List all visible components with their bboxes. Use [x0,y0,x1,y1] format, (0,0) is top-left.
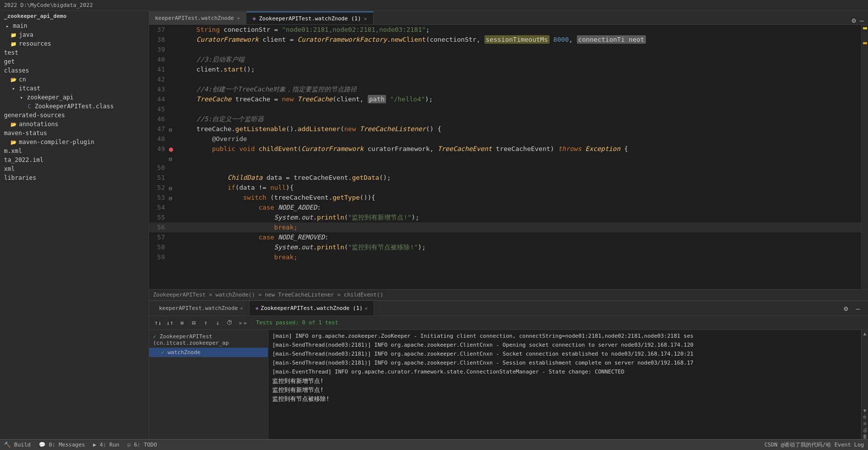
code-40[interactable]: //3:启动客户端 [179,55,861,65]
sidebar-item-maven-status[interactable]: maven-status [0,129,149,138]
test-tree-item-method[interactable]: ✓ watchZnode [149,348,268,357]
gutter-51 [169,173,179,183]
scroll-settings-btn[interactable]: ⚙ [863,414,866,420]
sidebar-item-main[interactable]: ▸ main [0,21,149,30]
code-47[interactable]: treeCache.getListenable().addListener(ne… [179,124,861,134]
sidebar-item-java[interactable]: 📁 java [0,30,149,39]
bottom-tab-1-close[interactable]: ✕ [240,305,243,311]
bottom-minimize-icon[interactable]: — [852,304,864,312]
scroll-clear-btn[interactable]: 🗑 [863,434,868,439]
gutter-47: ⊟ [169,124,179,134]
minimize-icon[interactable]: — [860,16,864,24]
code-line-48: 48 @Override [149,134,861,144]
code-line-59: 59 break; [149,252,861,262]
up-btn[interactable]: ↑ [201,318,211,328]
gutter-42 [169,75,179,84]
code-50[interactable] [179,163,861,173]
code-42[interactable] [179,75,861,84]
sidebar-item-iml[interactable]: ta_2022.iml [0,155,149,164]
align-btn[interactable]: ≡ [177,318,187,328]
code-line-50: 50 [149,163,861,173]
line-num-54: 54 [149,203,169,213]
class-file-icon: C [26,103,33,110]
gutter-43 [169,84,179,94]
code-49[interactable]: public void childEvent(CuratorFramework … [179,144,861,163]
code-56[interactable]: break; [179,223,861,232]
console-line-5: [main-EventThread] INFO org.apache.curat… [272,368,857,376]
code-52[interactable]: if(data != null){ [179,183,861,193]
status-run[interactable]: ▶ 4: Run [93,442,119,448]
scroll-down-btn[interactable]: ▼ [863,408,866,413]
code-41[interactable]: client.start(); [179,65,861,75]
code-54[interactable]: case NODE_ADDED: [179,203,861,213]
sidebar-item-zookeeper-api[interactable]: ▾ zookeeper_api [0,93,149,102]
code-55[interactable]: System.out.println("监控到有新增节点!"); [179,213,861,223]
sidebar-item-annotations[interactable]: 📂 annotations [0,120,149,129]
editor-tab-1[interactable]: keeperAPITest.watchZnode ✕ [149,11,246,24]
sidebar-item-test[interactable]: test [0,48,149,57]
bottom-tab-2[interactable]: ◈ ZookeeperAPITest.watchZnode (1) ✕ [249,301,374,315]
scroll-print-btn[interactable]: 🖨 [863,427,868,433]
code-line-42: 42 [149,75,861,84]
code-51[interactable]: ChildData data = treeCacheEvent.getData(… [179,173,861,183]
align2-btn[interactable]: ⊟ [189,318,199,328]
sidebar-item-class-file[interactable]: C ZookeeperAPITest.class [0,102,149,111]
fold-53[interactable]: ⊟ [169,195,172,202]
code-line-41: 41 client.start(); [149,65,861,75]
down-btn[interactable]: ↓ [213,318,223,328]
code-38[interactable]: CuratorFramework client = CuratorFramewo… [179,35,861,45]
sidebar-item-xml[interactable]: xml [0,164,149,173]
sidebar-item-mxml[interactable]: m.xml [0,147,149,155]
fold-49[interactable]: ⊟ [169,156,172,162]
code-53[interactable]: switch (treeCacheEvent.getType()){ [179,193,861,203]
sidebar-item-itcast[interactable]: ▾ itcast [0,84,149,93]
bottom-tab-1[interactable]: keeperAPITest.watchZnode ✕ [153,301,249,315]
sidebar-item-generated[interactable]: generated-sources [0,111,149,120]
sidebar-item-resources[interactable]: 📁 resources [0,39,149,48]
sidebar-item-get[interactable]: get [0,57,149,66]
test-tree-item-class[interactable]: ✓ ZookeeperAPITest (cn.itcast.zookeeper_… [149,332,268,348]
zookeeper-api-folder-icon: ▾ [18,94,25,101]
sidebar-item-classes[interactable]: classes [0,66,149,75]
status-todo[interactable]: ☑ 6: TODO [127,442,157,448]
sidebar-item-libraries[interactable]: libraries [0,173,149,182]
line-num-48: 48 [149,134,169,144]
code-45[interactable] [179,104,861,114]
code-37[interactable]: String conectionStr = "node01:2181,node0… [179,25,861,35]
fold-47[interactable]: ⊟ [169,127,172,133]
code-59[interactable]: break; [179,252,861,262]
sort-asc-btn[interactable]: ↑↓ [153,318,163,328]
tab-1-close[interactable]: ✕ [237,15,240,21]
test-method-label: watchZnode [167,349,200,356]
scroll-filter-btn[interactable]: ≡ [863,421,866,426]
gutter-37 [169,25,179,35]
sidebar-item-cn[interactable]: 📂 cn [0,75,149,84]
code-39[interactable] [179,45,861,55]
line-num-44: 44 [149,94,169,104]
editor-tab-2[interactable]: ◈ ZookeeperAPITest.watchZnode (1) ✕ [246,11,374,24]
code-43[interactable]: //4:创建一个TreeCache对象，指定要监控的节点路径 [179,84,861,94]
code-48[interactable]: @Override [179,134,861,144]
settings-icon[interactable]: ⚙ [852,16,856,24]
clock-btn[interactable]: ⏱ [225,318,235,328]
bottom-settings-icon[interactable]: ⚙ [840,304,852,312]
code-58[interactable]: System.out.println("监控到有节点被移除!"); [179,242,861,252]
code-46[interactable]: //5:自定义一个监听器 [179,114,861,124]
tab-2-label: ZookeeperAPITest.watchZnode (1) [259,15,361,22]
scroll-up-btn[interactable]: ▲ [863,331,866,336]
status-messages[interactable]: 💬 0: Messages [39,442,85,448]
status-build[interactable]: 🔨 Build [4,442,31,448]
bottom-tab-2-close[interactable]: ✕ [365,305,368,311]
breakpoint-49[interactable]: ● [169,145,173,153]
line-num-53: 53 [149,193,169,203]
code-57[interactable]: case NODE_REMOVED: [179,232,861,242]
sort-desc-btn[interactable]: ↓↑ [165,318,175,328]
tab-2-close[interactable]: ✕ [364,16,367,21]
fold-52[interactable]: ⊟ [169,185,172,192]
sidebar-item-maven-compiler[interactable]: 📂 maven-compiler-plugin [0,138,149,147]
itcast-folder-icon: ▾ [10,85,17,92]
line-num-55: 55 [149,213,169,223]
console-output[interactable]: [main] INFO org.apache.zookeeper.ZooKeep… [268,330,861,439]
code-main[interactable]: 37 String conectionStr = "node01:2181,no… [149,25,861,289]
code-44[interactable]: TreeCache treeCache = new TreeCache(clie… [179,94,861,104]
